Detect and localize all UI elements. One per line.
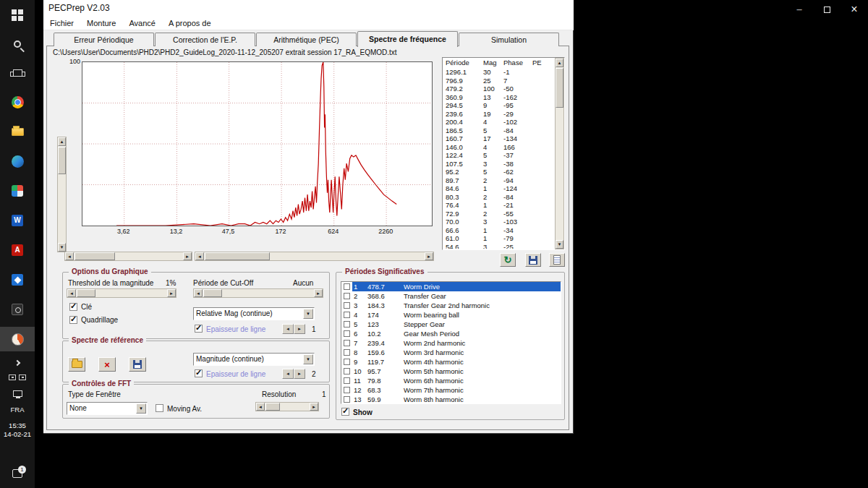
fft-table-row[interactable]: 1296.130-1 bbox=[443, 68, 555, 77]
spinner-right-arrow[interactable] bbox=[294, 369, 305, 379]
menu-monture[interactable]: Monture bbox=[80, 17, 122, 29]
fft-table-row[interactable]: 200.44-102 bbox=[443, 118, 555, 127]
fft-table-row[interactable]: 76.41-21 bbox=[443, 201, 555, 210]
period-checkbox[interactable] bbox=[344, 321, 350, 328]
tab-correction-de-l-e-p[interactable]: Correction de l'E.P. bbox=[155, 33, 255, 46]
chevron-down-icon[interactable] bbox=[136, 403, 146, 414]
period-checkbox[interactable] bbox=[344, 387, 350, 393]
key-checkbox[interactable] bbox=[69, 303, 77, 311]
report-button[interactable] bbox=[549, 253, 565, 267]
scroll-up-arrow[interactable] bbox=[556, 59, 563, 67]
relative-mag-dropdown[interactable]: Relative Mag (continue) bbox=[193, 307, 315, 320]
scrollbar-thumb[interactable] bbox=[556, 68, 563, 108]
fft-table-row[interactable]: 186.55-84 bbox=[443, 127, 555, 135]
taskbar-item-blue-app[interactable] bbox=[0, 267, 35, 292]
fft-table-row[interactable]: 66.61-34 bbox=[443, 226, 555, 235]
significant-period-row[interactable]: 1095.7Worm 5th harmonic bbox=[341, 367, 561, 376]
clear-reference-button[interactable] bbox=[98, 357, 116, 372]
fft-table-row[interactable]: 479.2100-50 bbox=[443, 85, 555, 93]
fft-table-row[interactable]: 360.913-162 bbox=[443, 93, 555, 102]
tray-icons[interactable] bbox=[0, 370, 35, 385]
close-button[interactable] bbox=[841, 0, 868, 19]
notification-button[interactable]: 1 bbox=[0, 461, 35, 486]
title-bar[interactable]: PECPrep V2.03 bbox=[43, 0, 574, 16]
show-checkbox[interactable] bbox=[341, 408, 349, 416]
significant-period-row[interactable]: 4174Worm bearing ball bbox=[341, 310, 561, 320]
significant-period-row[interactable]: 5123Stepper Gear bbox=[341, 320, 561, 329]
period-checkbox[interactable] bbox=[344, 293, 350, 299]
significant-period-row[interactable]: 610.2Gear Mesh Period bbox=[341, 329, 561, 338]
significant-period-row[interactable]: 2368.6Transfer Gear bbox=[341, 291, 561, 301]
tab-erreur-p-riodique[interactable]: Erreur Périodique bbox=[54, 33, 154, 46]
chart-vertical-scrollbar[interactable] bbox=[57, 137, 67, 252]
taskbar-item-viewer[interactable] bbox=[0, 297, 35, 322]
slider-left-arrow[interactable] bbox=[67, 289, 76, 297]
fft-table-row[interactable]: 239.619-29 bbox=[443, 110, 555, 119]
slider-left-arrow[interactable] bbox=[256, 403, 265, 411]
fft-table-scrollbar[interactable] bbox=[555, 58, 564, 249]
save-spectrum-button[interactable] bbox=[525, 253, 541, 267]
taskbar-item-pecprep-active[interactable] bbox=[0, 327, 35, 351]
significant-period-row[interactable]: 3184.3Transfer Gear 2nd harmonic bbox=[341, 301, 561, 310]
tab-simulation[interactable]: Simulation bbox=[459, 33, 559, 46]
ref-line-width-spinner[interactable] bbox=[282, 369, 305, 379]
spinner-right-arrow[interactable] bbox=[294, 324, 305, 334]
scroll-right-arrow[interactable] bbox=[425, 252, 433, 260]
search-button[interactable] bbox=[0, 32, 35, 56]
fft-table-row[interactable]: 796.9257 bbox=[443, 77, 555, 85]
scroll-left-arrow[interactable] bbox=[195, 252, 204, 260]
significant-period-row[interactable]: 1359.9Worm 8th harmonic bbox=[341, 395, 561, 404]
task-view-button[interactable] bbox=[0, 61, 35, 85]
period-checkbox[interactable] bbox=[344, 312, 350, 318]
scroll-down-arrow[interactable] bbox=[556, 240, 563, 249]
fft-table-row[interactable]: 61.01-79 bbox=[443, 234, 555, 243]
chevron-down-icon[interactable] bbox=[303, 309, 313, 319]
fft-table-row[interactable]: 107.53-38 bbox=[443, 160, 555, 168]
menu-a-propos-de[interactable]: A propos de bbox=[162, 17, 218, 29]
fft-table-row[interactable]: 54.63-25 bbox=[443, 243, 555, 249]
slider-thumb[interactable] bbox=[203, 289, 222, 297]
fft-table-row[interactable]: 160.717-134 bbox=[443, 134, 555, 143]
threshold-slider[interactable] bbox=[67, 288, 176, 298]
scroll-down-arrow[interactable] bbox=[58, 243, 66, 252]
moving-average-checkbox[interactable] bbox=[156, 404, 163, 412]
chart-hscrollbar-left[interactable] bbox=[64, 252, 192, 261]
period-checkbox[interactable] bbox=[344, 330, 350, 337]
slider-thumb[interactable] bbox=[265, 403, 280, 411]
taskbar-item-chrome[interactable] bbox=[0, 90, 35, 114]
tab-spectre-de-fr-quence[interactable]: Spectre de fréquence bbox=[357, 31, 458, 47]
fft-table-row[interactable]: 146.04166 bbox=[443, 143, 555, 152]
refresh-button[interactable] bbox=[500, 253, 516, 267]
period-checkbox[interactable] bbox=[344, 340, 350, 346]
open-reference-button[interactable] bbox=[68, 357, 85, 372]
language-indicator[interactable]: FRA bbox=[0, 402, 35, 416]
minimize-button[interactable] bbox=[786, 0, 813, 19]
chevron-down-icon[interactable] bbox=[303, 354, 313, 364]
scroll-up-arrow[interactable] bbox=[58, 137, 66, 146]
scroll-right-arrow[interactable] bbox=[183, 252, 192, 260]
menu-avanc[interactable]: Avancé bbox=[122, 17, 162, 29]
scrollbar-thumb[interactable] bbox=[58, 147, 66, 174]
significant-period-row[interactable]: 1179.8Worm 6th harmonic bbox=[341, 376, 561, 385]
taskbar-item-app[interactable] bbox=[0, 179, 35, 203]
menu-fichier[interactable]: Fichier bbox=[43, 17, 80, 29]
slider-right-arrow[interactable] bbox=[310, 403, 318, 411]
line-width-checkbox[interactable] bbox=[195, 325, 203, 333]
period-checkbox[interactable] bbox=[344, 396, 350, 403]
scrollbar-thumb[interactable] bbox=[75, 252, 115, 260]
slider-right-arrow[interactable] bbox=[314, 289, 323, 297]
taskbar-clock[interactable]: 15:35 14-02-21 bbox=[0, 419, 35, 441]
cutoff-slider[interactable] bbox=[193, 288, 323, 298]
scroll-left-arrow[interactable] bbox=[65, 252, 74, 260]
spinner-left-arrow[interactable] bbox=[282, 369, 294, 379]
slider-left-arrow[interactable] bbox=[194, 289, 203, 297]
resolution-slider[interactable] bbox=[255, 402, 319, 411]
significant-period-row[interactable]: 1478.7Worm Drive bbox=[341, 282, 561, 291]
taskbar-item-edge[interactable] bbox=[0, 149, 35, 174]
fft-table-row[interactable]: 84.61-124 bbox=[443, 184, 555, 193]
magnitude-dropdown[interactable]: Magnitude (continue) bbox=[193, 353, 315, 366]
spinner-left-arrow[interactable] bbox=[282, 324, 294, 334]
period-checkbox[interactable] bbox=[344, 377, 350, 384]
period-checkbox[interactable] bbox=[344, 368, 350, 374]
significant-period-row[interactable]: 8159.6Worm 3rd harmonic bbox=[341, 348, 561, 357]
